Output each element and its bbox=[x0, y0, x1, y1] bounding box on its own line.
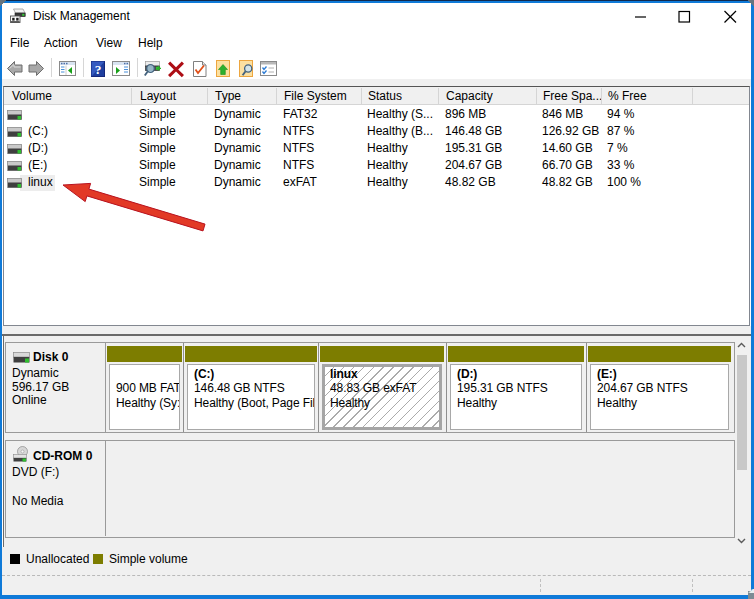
svg-text:?: ? bbox=[95, 62, 102, 77]
